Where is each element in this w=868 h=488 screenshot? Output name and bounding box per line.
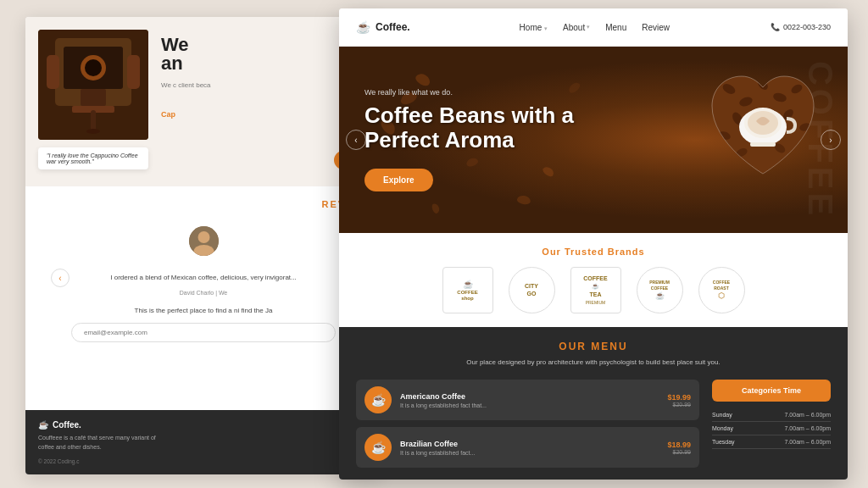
schedule-tuesday: Tuesday 7.00am – 6.00pm: [712, 435, 831, 449]
menu-content: ☕ Americano Coffee It is a long establis…: [356, 380, 831, 474]
bg-cta-partial: Cap: [161, 110, 175, 119]
brazilian-price-new: $18.99: [667, 441, 691, 449]
bg-review-left-arrow[interactable]: ‹: [51, 269, 70, 287]
nav-link-home[interactable]: Home ▾: [520, 23, 548, 32]
brand-coffee-tea: COFFEE☕TEAPREMIUM: [570, 267, 621, 313]
phone-icon: 📞: [771, 23, 780, 31]
nav-phone: 📞 0022-003-230: [771, 23, 831, 31]
bg-reviewer-name: David Charlo | We: [38, 290, 369, 296]
nav-link-about[interactable]: About ▾: [563, 23, 590, 32]
coffee-icon-1: ☕: [371, 393, 386, 407]
bg-subtext: We c client beca: [161, 80, 331, 90]
footer-coffee-icon: ☕: [38, 420, 48, 430]
explore-button[interactable]: Explore: [364, 169, 433, 191]
americano-price-old: $20.99: [667, 402, 691, 408]
brazilian-price-old: $20.99: [667, 449, 691, 455]
americano-price-new: $19.99: [667, 393, 691, 402]
bg-heading2: an: [161, 53, 183, 75]
brazilian-desc: It is a long established fact...: [400, 450, 659, 456]
schedule-monday: Monday 7.00am – 6.00pm: [712, 422, 831, 435]
americano-price: $19.99 $20.99: [667, 393, 691, 408]
brand-premium-coffee: PREMIUMCOFFEE ☕: [637, 267, 683, 313]
categories-button[interactable]: Categories Time: [712, 380, 831, 402]
svg-rect-7: [91, 110, 96, 131]
brands-title: Our Trusted Brands: [356, 247, 831, 257]
svg-rect-9: [47, 55, 59, 89]
americano-info: Americano Coffee It is a long establishe…: [400, 392, 659, 408]
brand-city-go: CITYGO: [509, 267, 555, 313]
brazilian-icon: ☕: [364, 434, 392, 461]
menu-item-brazilian: ☕ Brazilian Coffee It is a long establis…: [356, 427, 699, 468]
bg-email-input[interactable]: [71, 323, 336, 342]
nav-link-menu[interactable]: Menu: [605, 23, 626, 32]
navbar: ☕ Coffee. Home ▾ About ▾ Menu Review 📞 0…: [339, 8, 848, 47]
coffee-machine-image: [38, 30, 148, 140]
bg-caption: "I really love the Cappucino Coffee war …: [38, 147, 148, 169]
bg-footer: ☕ Coffee. Couffeee is a café that serve …: [25, 410, 381, 474]
hero-title: Coffee Beans with a Perfect Aroma: [364, 103, 797, 152]
menu-subtitle: Our place designed by pro architecture w…: [356, 358, 831, 368]
svg-point-8: [86, 129, 100, 134]
svg-rect-3: [81, 89, 106, 106]
hero-subtitle: We really like what we do.: [364, 88, 797, 97]
brands-logos: ☕ COFFEEshop CITYGO COFFEE☕TEAPREMIUM PR…: [356, 267, 831, 313]
background-page: We an We c client beca Cap "I really lov…: [25, 17, 381, 474]
hero-prev-arrow[interactable]: ‹: [346, 130, 366, 150]
coffee-icon-2: ☕: [371, 441, 386, 454]
brands-section: Our Trusted Brands ☕ COFFEEshop CITYGO C…: [339, 233, 848, 327]
categories-panel: Categories Time Sunday 7.00am – 6.00pm M…: [712, 380, 831, 474]
brazilian-price: $18.99 $20.99: [667, 441, 691, 455]
nav-logo-icon: ☕: [356, 20, 370, 34]
menu-section: OUR MENU Our place designed by pro archi…: [339, 327, 848, 480]
hero-content: We really like what we do. Coffee Beans …: [339, 47, 848, 233]
nav-links: Home ▾ About ▾ Menu Review: [436, 23, 754, 32]
bg-reviewer-avatar: [189, 226, 219, 256]
sunday-label: Sunday: [712, 412, 732, 418]
bg-review2-text: This is the perfect place to find a ni f…: [38, 306, 369, 316]
americano-icon: ☕: [364, 386, 392, 413]
brand-coffee-roast: COFFEEROAST ⬡: [698, 267, 745, 313]
monday-time: 7.00am – 6.00pm: [785, 425, 831, 431]
brazilian-info: Brazilian Coffee It is a long establishe…: [400, 440, 659, 456]
main-page: ☕ Coffee. Home ▾ About ▾ Menu Review 📞 0…: [339, 8, 848, 480]
svg-rect-10: [127, 55, 140, 89]
menu-title: OUR MENU: [356, 341, 831, 352]
bg-footer-logo: ☕ Coffee.: [38, 420, 369, 430]
sunday-time: 7.00am – 6.00pm: [785, 412, 831, 418]
svg-point-6: [85, 59, 102, 76]
americano-name: Americano Coffee: [400, 392, 659, 401]
bg-footer-copyright: © 2022 Coding.c: [38, 458, 369, 464]
americano-desc: It is a long established fact that...: [400, 402, 659, 408]
tuesday-label: Tuesday: [712, 439, 735, 445]
menu-items-list: ☕ Americano Coffee It is a long establis…: [356, 380, 699, 474]
brazilian-name: Brazilian Coffee: [400, 440, 659, 448]
hero-section: COFFEE We really like what we do. Coffee…: [339, 47, 848, 233]
svg-point-12: [198, 231, 209, 243]
schedule-sunday: Sunday 7.00am – 6.00pm: [712, 408, 831, 422]
monday-label: Monday: [712, 425, 733, 431]
bg-review-title: REVIEW: [38, 199, 369, 209]
nav-logo-text: Coffee.: [376, 21, 410, 33]
nav-link-review[interactable]: Review: [642, 23, 670, 32]
bg-footer-desc: Couffeee is a café that serve many varia…: [38, 434, 157, 452]
tuesday-time: 7.00am – 6.00pm: [785, 439, 831, 445]
menu-item-americano: ☕ Americano Coffee It is a long establis…: [356, 380, 699, 420]
hero-next-arrow[interactable]: ›: [821, 130, 841, 150]
bg-review-text: I ordered a blend of Mexican coffee, del…: [38, 273, 369, 283]
brand-coffee-shop: ☕ COFFEEshop: [442, 267, 493, 313]
nav-logo: ☕ Coffee.: [356, 20, 410, 34]
